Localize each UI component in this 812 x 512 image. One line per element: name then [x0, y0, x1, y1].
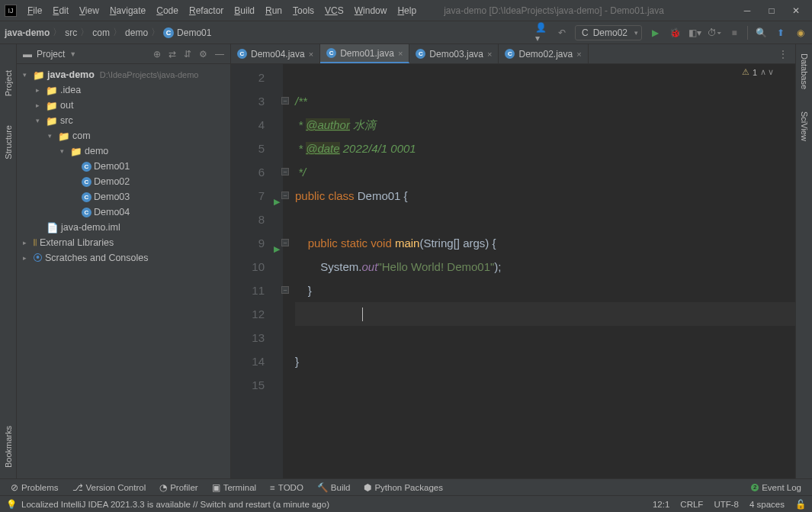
tree-src[interactable]: ▾📁src — [17, 113, 230, 128]
sciview-tab[interactable]: SciView — [798, 110, 810, 143]
debug-button[interactable]: 🐞 — [668, 26, 682, 40]
code-editor[interactable]: ⚠ 1 ∧∨ 2 3– 4 5 6– 7▶– 8 9▶– 10 11– 12 1… — [231, 64, 795, 478]
menu-build[interactable]: Build — [229, 4, 259, 18]
tree-demo01[interactable]: CDemo01 — [17, 159, 230, 174]
fold-icon[interactable]: – — [281, 97, 289, 105]
problems-indicator[interactable]: ⚠ 1 ∧∨ — [742, 67, 774, 77]
cursor-position[interactable]: 12:1 — [653, 500, 669, 509]
tab-demo01[interactable]: CDemo01.java× — [320, 44, 409, 63]
fold-icon[interactable]: – — [281, 192, 289, 199]
problems-tool[interactable]: ⊘Problems — [6, 482, 63, 493]
breadcrumb-root[interactable]: java-demo — [5, 27, 50, 38]
tree-out[interactable]: ▸📁out — [17, 98, 230, 113]
version-control-tool[interactable]: ⎇Version Control — [68, 482, 151, 493]
update-icon[interactable]: ⬆ — [774, 26, 788, 40]
menu-window[interactable]: Window — [350, 4, 392, 18]
menu-vcs[interactable]: VCS — [320, 4, 348, 18]
tree-demo02[interactable]: CDemo02 — [17, 174, 230, 189]
tab-demo03[interactable]: CDemo03.java× — [409, 44, 499, 63]
tip-icon[interactable]: 💡 — [6, 499, 17, 510]
breadcrumb-demo[interactable]: demo — [125, 27, 148, 38]
editor-area: CDemo04.java× CDemo01.java× CDemo03.java… — [231, 44, 795, 478]
structure-tab[interactable]: Structure — [2, 122, 14, 163]
project-tab[interactable]: Project — [2, 67, 14, 99]
todo-tool[interactable]: ≡TODO — [265, 483, 308, 492]
fold-icon[interactable]: – — [281, 168, 289, 175]
expand-all-icon[interactable]: ⇄ — [168, 49, 176, 60]
warning-count: 1 — [753, 68, 757, 77]
event-log-tool[interactable]: 2Event Log — [746, 483, 806, 492]
breadcrumb-com[interactable]: com — [92, 27, 110, 38]
hide-panel-icon[interactable]: — — [215, 49, 224, 60]
tree-idea[interactable]: ▸📁.idea — [17, 82, 230, 98]
tree-project-root[interactable]: ▾📁 java-demo D:\IdeaProjects\java-demo — [17, 67, 230, 82]
run-button[interactable]: ▶ — [648, 26, 662, 40]
readonly-lock-icon[interactable]: 🔓 — [795, 499, 806, 510]
project-panel-title[interactable]: Project — [37, 49, 65, 60]
breadcrumb-src[interactable]: src — [65, 27, 77, 38]
menu-code[interactable]: Code — [152, 4, 183, 18]
user-icon[interactable]: 👤▾ — [535, 26, 549, 40]
menu-edit[interactable]: Edit — [48, 4, 73, 18]
menu-help[interactable]: Help — [393, 4, 421, 18]
fold-icon[interactable]: – — [281, 286, 289, 294]
tree-demo[interactable]: ▾📁demo — [17, 143, 230, 159]
menu-file[interactable]: File — [23, 4, 47, 18]
maximize-button[interactable]: □ — [766, 5, 777, 16]
tree-demo03[interactable]: CDemo03 — [17, 189, 230, 204]
menu-navigate[interactable]: Navigate — [105, 4, 150, 18]
breadcrumb[interactable]: java-demo 〉 src 〉 com 〉 demo 〉 C Demo01 — [5, 26, 211, 39]
database-tab[interactable]: Database — [798, 52, 810, 91]
tree-scratches[interactable]: ▸⦿Scratches and Consoles — [17, 250, 230, 266]
back-arrow-icon[interactable]: ↶ — [555, 26, 569, 40]
tabs-more-icon[interactable]: ⋮ — [771, 44, 795, 63]
python-packages-tool[interactable]: ⬢Python Packages — [359, 482, 448, 493]
coverage-button[interactable]: ◧▾ — [688, 26, 701, 40]
close-icon[interactable]: × — [487, 50, 492, 59]
code-content[interactable]: /** * @author 水滴 * @date 2022/4/1 0001 *… — [283, 64, 795, 478]
gutter[interactable]: 2 3– 4 5 6– 7▶– 8 9▶– 10 11– 12 13 14 15 — [231, 64, 283, 478]
next-problem-icon[interactable]: ∨ — [768, 67, 774, 77]
status-message[interactable]: Localized IntelliJ IDEA 2021.3.3 is avai… — [21, 500, 329, 509]
tree-com[interactable]: ▾📁com — [17, 128, 230, 143]
window-controls: ─ □ ✕ — [742, 5, 807, 16]
collapse-all-icon[interactable]: ⇵ — [184, 49, 191, 60]
menu-tools[interactable]: Tools — [288, 4, 319, 18]
close-icon[interactable]: × — [309, 50, 313, 59]
stop-button[interactable]: ■ — [727, 26, 741, 40]
menu-refactor[interactable]: Refactor — [185, 4, 228, 18]
profiler-tool[interactable]: ◔Profiler — [155, 482, 202, 493]
profiler-button[interactable]: ⏱▾ — [708, 26, 721, 40]
menu-run[interactable]: Run — [261, 4, 287, 18]
tab-demo04[interactable]: CDemo04.java× — [231, 44, 320, 63]
window-title: java-demo [D:\IdeaProjects\java-demo] - … — [421, 5, 742, 16]
line-separator[interactable]: CRLF — [680, 500, 703, 509]
close-icon[interactable]: × — [576, 50, 581, 59]
tree-demo04[interactable]: CDemo04 — [17, 204, 230, 220]
build-icon: 🔨 — [317, 482, 328, 493]
run-config-selector[interactable]: C Demo02 — [575, 25, 642, 40]
terminal-tool[interactable]: ▣Terminal — [207, 482, 261, 493]
tree-external-libs[interactable]: ▸⫴External Libraries — [17, 235, 230, 250]
project-panel-header: ▬ Project ▼ ⊕ ⇄ ⇵ ⚙ — — [17, 44, 230, 64]
ide-icon[interactable]: ◉ — [794, 26, 807, 40]
fold-icon[interactable]: – — [281, 239, 289, 246]
file-encoding[interactable]: UTF-8 — [714, 500, 739, 509]
tab-demo02[interactable]: CDemo02.java× — [499, 44, 588, 63]
problems-icon: ⊘ — [11, 482, 18, 493]
menu-view[interactable]: View — [75, 4, 104, 18]
minimize-button[interactable]: ─ — [742, 5, 753, 16]
dropdown-icon[interactable]: ▼ — [69, 50, 76, 58]
project-tree[interactable]: ▾📁 java-demo D:\IdeaProjects\java-demo ▸… — [17, 64, 230, 478]
indent-setting[interactable]: 4 spaces — [749, 500, 785, 509]
build-tool[interactable]: 🔨Build — [313, 482, 355, 493]
close-icon[interactable]: × — [398, 49, 403, 58]
close-button[interactable]: ✕ — [791, 5, 801, 16]
select-opened-file-icon[interactable]: ⊕ — [153, 49, 161, 60]
search-icon[interactable]: 🔍 — [754, 26, 768, 40]
settings-icon[interactable]: ⚙ — [199, 49, 207, 60]
prev-problem-icon[interactable]: ∧ — [760, 67, 766, 77]
breadcrumb-class[interactable]: Demo01 — [177, 27, 211, 38]
tree-iml[interactable]: 📄java-demo.iml — [17, 220, 230, 235]
bookmarks-tab[interactable]: Bookmarks — [2, 423, 14, 471]
